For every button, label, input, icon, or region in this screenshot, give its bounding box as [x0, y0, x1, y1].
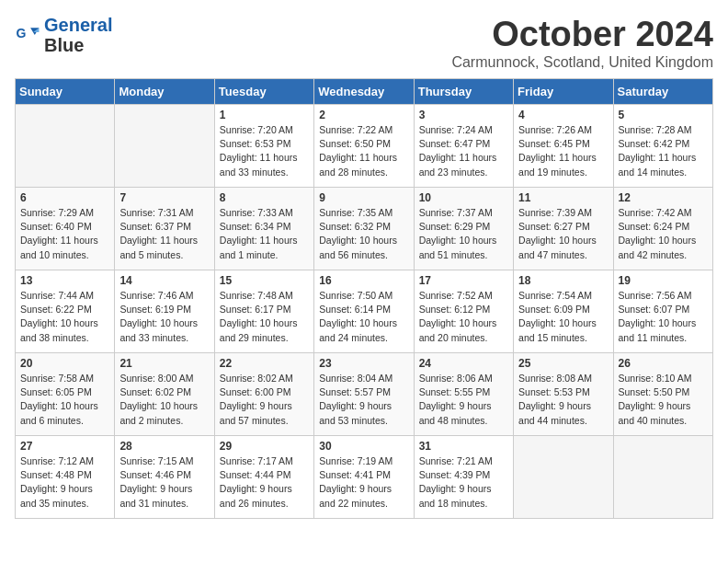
day-info: Sunrise: 7:15 AM Sunset: 4:46 PM Dayligh… [119, 454, 209, 511]
day-number: 28 [119, 440, 209, 453]
week-row-4: 20Sunrise: 7:58 AM Sunset: 6:05 PM Dayli… [16, 353, 713, 436]
day-cell: 25Sunrise: 8:08 AM Sunset: 5:53 PM Dayli… [514, 353, 613, 436]
day-cell: 21Sunrise: 8:00 AM Sunset: 6:02 PM Dayli… [115, 353, 214, 436]
day-number: 10 [419, 191, 508, 204]
week-row-2: 6Sunrise: 7:29 AM Sunset: 6:40 PM Daylig… [16, 188, 713, 270]
day-number: 9 [319, 191, 408, 204]
day-info: Sunrise: 7:19 AM Sunset: 4:41 PM Dayligh… [319, 454, 408, 511]
day-cell: 24Sunrise: 8:06 AM Sunset: 5:55 PM Dayli… [414, 353, 513, 436]
day-info: Sunrise: 7:31 AM Sunset: 6:37 PM Dayligh… [119, 206, 209, 262]
day-number: 1 [220, 109, 309, 121]
day-number: 23 [319, 357, 408, 370]
day-info: Sunrise: 7:39 AM Sunset: 6:27 PM Dayligh… [518, 206, 608, 262]
week-row-3: 13Sunrise: 7:44 AM Sunset: 6:22 PM Dayli… [16, 270, 713, 353]
day-cell: 5Sunrise: 7:28 AM Sunset: 6:42 PM Daylig… [613, 105, 712, 188]
day-info: Sunrise: 7:54 AM Sunset: 6:09 PM Dayligh… [518, 289, 608, 345]
day-number: 6 [20, 191, 109, 204]
day-cell [613, 436, 712, 519]
day-number: 13 [20, 274, 109, 287]
day-number: 15 [220, 274, 309, 287]
logo-icon: G [15, 22, 40, 48]
day-cell: 22Sunrise: 8:02 AM Sunset: 6:00 PM Dayli… [214, 353, 313, 436]
day-number: 7 [119, 191, 209, 204]
day-info: Sunrise: 7:20 AM Sunset: 6:53 PM Dayligh… [220, 123, 309, 179]
day-cell: 16Sunrise: 7:50 AM Sunset: 6:14 PM Dayli… [314, 270, 414, 353]
day-cell: 7Sunrise: 7:31 AM Sunset: 6:37 PM Daylig… [115, 188, 214, 270]
day-cell: 11Sunrise: 7:39 AM Sunset: 6:27 PM Dayli… [514, 188, 613, 270]
day-cell: 17Sunrise: 7:52 AM Sunset: 6:12 PM Dayli… [414, 270, 513, 353]
day-cell: 29Sunrise: 7:17 AM Sunset: 4:44 PM Dayli… [214, 436, 313, 519]
day-cell: 15Sunrise: 7:48 AM Sunset: 6:17 PM Dayli… [214, 270, 313, 353]
day-number: 14 [119, 274, 209, 287]
calendar-table: SundayMondayTuesdayWednesdayThursdayFrid… [15, 78, 713, 519]
day-info: Sunrise: 8:06 AM Sunset: 5:55 PM Dayligh… [419, 372, 508, 428]
day-cell: 1Sunrise: 7:20 AM Sunset: 6:53 PM Daylig… [214, 105, 313, 188]
day-info: Sunrise: 7:44 AM Sunset: 6:22 PM Dayligh… [20, 289, 109, 345]
day-cell [514, 436, 613, 519]
day-info: Sunrise: 7:29 AM Sunset: 6:40 PM Dayligh… [20, 206, 109, 262]
day-info: Sunrise: 8:04 AM Sunset: 5:57 PM Dayligh… [319, 372, 408, 428]
header-cell-sunday: Sunday [16, 79, 115, 105]
day-cell: 31Sunrise: 7:21 AM Sunset: 4:39 PM Dayli… [414, 436, 513, 519]
day-info: Sunrise: 7:21 AM Sunset: 4:39 PM Dayligh… [419, 454, 508, 511]
day-info: Sunrise: 7:12 AM Sunset: 4:48 PM Dayligh… [20, 454, 109, 511]
day-cell: 13Sunrise: 7:44 AM Sunset: 6:22 PM Dayli… [16, 270, 115, 353]
day-number: 20 [20, 357, 109, 370]
day-cell: 2Sunrise: 7:22 AM Sunset: 6:50 PM Daylig… [314, 105, 414, 188]
day-number: 2 [319, 109, 408, 121]
day-info: Sunrise: 7:37 AM Sunset: 6:29 PM Dayligh… [419, 206, 508, 262]
day-cell: 8Sunrise: 7:33 AM Sunset: 6:34 PM Daylig… [214, 188, 313, 270]
day-info: Sunrise: 7:42 AM Sunset: 6:24 PM Dayligh… [619, 206, 708, 262]
day-cell: 19Sunrise: 7:56 AM Sunset: 6:07 PM Dayli… [613, 270, 712, 353]
day-cell: 23Sunrise: 8:04 AM Sunset: 5:57 PM Dayli… [314, 353, 414, 436]
header-row: SundayMondayTuesdayWednesdayThursdayFrid… [16, 79, 713, 105]
day-cell: 10Sunrise: 7:37 AM Sunset: 6:29 PM Dayli… [414, 188, 513, 270]
header-cell-wednesday: Wednesday [314, 79, 414, 105]
day-info: Sunrise: 7:22 AM Sunset: 6:50 PM Dayligh… [319, 123, 408, 179]
day-cell: 12Sunrise: 7:42 AM Sunset: 6:24 PM Dayli… [613, 188, 712, 270]
day-number: 17 [419, 274, 508, 287]
day-info: Sunrise: 7:50 AM Sunset: 6:14 PM Dayligh… [319, 289, 408, 345]
day-number: 5 [619, 109, 708, 121]
day-number: 11 [518, 191, 608, 204]
header-cell-saturday: Saturday [613, 79, 712, 105]
day-info: Sunrise: 8:00 AM Sunset: 6:02 PM Dayligh… [119, 372, 209, 428]
day-number: 29 [220, 440, 309, 453]
day-number: 8 [220, 191, 309, 204]
day-number: 31 [419, 440, 508, 453]
header-cell-friday: Friday [514, 79, 613, 105]
logo-text-blue: Blue [44, 35, 84, 55]
day-number: 25 [518, 357, 608, 370]
day-number: 18 [518, 274, 608, 287]
svg-text:G: G [17, 26, 27, 40]
day-info: Sunrise: 7:24 AM Sunset: 6:47 PM Dayligh… [419, 123, 508, 179]
week-row-1: 1Sunrise: 7:20 AM Sunset: 6:53 PM Daylig… [16, 105, 713, 188]
day-cell: 27Sunrise: 7:12 AM Sunset: 4:48 PM Dayli… [16, 436, 115, 519]
day-number: 4 [518, 109, 608, 121]
month-title: October 2024 [451, 15, 713, 54]
location-title: Carmunnock, Scotland, United Kingdom [451, 54, 713, 71]
page-header: G General Blue October 2024 Carmunnock, … [15, 15, 713, 71]
day-info: Sunrise: 8:02 AM Sunset: 6:00 PM Dayligh… [220, 372, 309, 428]
day-cell: 4Sunrise: 7:26 AM Sunset: 6:45 PM Daylig… [514, 105, 613, 188]
day-info: Sunrise: 7:46 AM Sunset: 6:19 PM Dayligh… [119, 289, 209, 345]
day-info: Sunrise: 8:10 AM Sunset: 5:50 PM Dayligh… [619, 372, 708, 428]
day-cell: 9Sunrise: 7:35 AM Sunset: 6:32 PM Daylig… [314, 188, 414, 270]
header-cell-tuesday: Tuesday [214, 79, 313, 105]
day-number: 19 [619, 274, 708, 287]
day-cell [115, 105, 214, 188]
day-cell: 3Sunrise: 7:24 AM Sunset: 6:47 PM Daylig… [414, 105, 513, 188]
day-cell: 6Sunrise: 7:29 AM Sunset: 6:40 PM Daylig… [16, 188, 115, 270]
day-info: Sunrise: 7:48 AM Sunset: 6:17 PM Dayligh… [220, 289, 309, 345]
day-info: Sunrise: 7:33 AM Sunset: 6:34 PM Dayligh… [220, 206, 309, 262]
header-cell-thursday: Thursday [414, 79, 513, 105]
day-number: 21 [119, 357, 209, 370]
day-number: 30 [319, 440, 408, 453]
day-number: 12 [619, 191, 708, 204]
day-info: Sunrise: 7:35 AM Sunset: 6:32 PM Dayligh… [319, 206, 408, 262]
day-info: Sunrise: 8:08 AM Sunset: 5:53 PM Dayligh… [518, 372, 608, 428]
day-cell: 18Sunrise: 7:54 AM Sunset: 6:09 PM Dayli… [514, 270, 613, 353]
day-info: Sunrise: 7:58 AM Sunset: 6:05 PM Dayligh… [20, 372, 109, 428]
title-block: October 2024 Carmunnock, Scotland, Unite… [451, 15, 713, 71]
day-cell: 20Sunrise: 7:58 AM Sunset: 6:05 PM Dayli… [16, 353, 115, 436]
